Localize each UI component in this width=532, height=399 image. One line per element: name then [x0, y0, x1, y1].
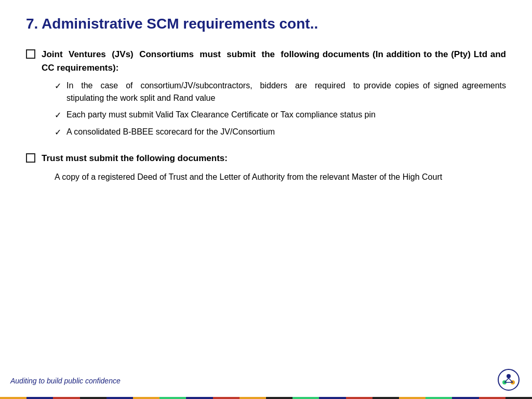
color-seg-18 [452, 397, 478, 399]
logo-svg [496, 367, 522, 393]
svg-line-4 [504, 378, 509, 382]
jv-bullet-2-text: Each party must submit Valid Tax Clearan… [66, 109, 506, 121]
jv-bullet-1: ✓ In the case of consortium/JV/subcontra… [55, 79, 506, 104]
color-seg-6 [133, 397, 159, 399]
footer-tagline: Auditing to build public confidence [10, 377, 121, 385]
color-seg-10 [240, 397, 266, 399]
color-seg-3 [53, 397, 79, 399]
jv-section: Joint Ventures (JVs) Consortiums must su… [26, 48, 506, 139]
color-seg-19 [479, 397, 506, 399]
color-seg-5 [107, 397, 133, 399]
color-seg-15 [373, 397, 399, 399]
color-seg-20 [506, 397, 532, 399]
trust-checkbox [26, 153, 35, 163]
svg-point-1 [507, 374, 511, 378]
slide-title: 7. Administrative SCM requirements cont.… [26, 16, 506, 32]
footer-content: Auditing to build public confidence [0, 363, 532, 397]
main-content: 7. Administrative SCM requirements cont.… [0, 0, 532, 363]
color-seg-14 [346, 397, 373, 399]
trust-title: Trust must submit the following document… [42, 152, 228, 165]
slide: 7. Administrative SCM requirements cont.… [0, 0, 532, 399]
trust-body-text: A copy of a registered Deed of Trust and… [55, 170, 506, 184]
jv-header: Joint Ventures (JVs) Consortiums must su… [26, 48, 506, 74]
color-seg-16 [399, 397, 425, 399]
color-seg-8 [186, 397, 212, 399]
jv-bullet-2: ✓ Each party must submit Valid Tax Clear… [55, 109, 506, 122]
trust-header: Trust must submit the following document… [26, 152, 506, 165]
jv-checkbox [26, 49, 35, 59]
checkmark-icon-3: ✓ [55, 126, 61, 139]
jv-bullet-1-text: In the case of consortium/JV/subcontract… [66, 79, 506, 104]
color-seg-4 [80, 397, 107, 399]
color-seg-1 [0, 397, 26, 399]
color-seg-17 [425, 397, 452, 399]
color-seg-9 [213, 397, 240, 399]
trust-section: Trust must submit the following document… [26, 152, 506, 183]
logo [496, 367, 522, 395]
footer: Auditing to build public confidence [0, 363, 532, 399]
jv-bullet-3: ✓ A consolidated B-BBEE scorecard for th… [55, 126, 506, 139]
color-seg-2 [26, 397, 53, 399]
svg-line-5 [509, 378, 513, 382]
color-seg-13 [319, 397, 345, 399]
color-seg-12 [292, 397, 319, 399]
checkmark-icon-2: ✓ [55, 109, 61, 122]
checkmark-icon-1: ✓ [55, 80, 61, 92]
color-seg-7 [159, 397, 186, 399]
jv-title: Joint Ventures (JVs) Consortiums must su… [42, 48, 506, 74]
color-bar [0, 397, 532, 399]
svg-point-0 [498, 369, 519, 390]
jv-bullet-list: ✓ In the case of consortium/JV/subcontra… [55, 79, 506, 139]
jv-bullet-3-text: A consolidated B-BBEE scorecard for the … [66, 126, 506, 138]
color-seg-11 [266, 397, 292, 399]
